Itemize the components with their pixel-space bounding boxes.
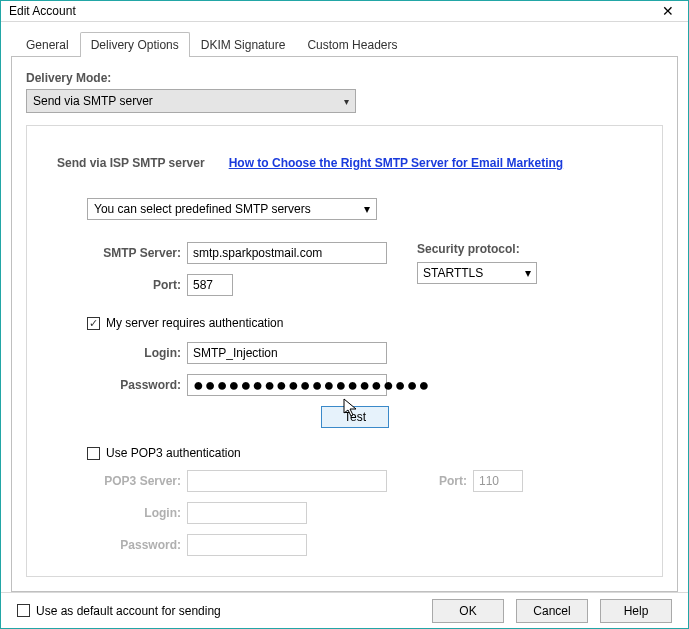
smtp-password-label: Password:: [87, 378, 187, 392]
smtp-password-input[interactable]: ●●●●●●●●●●●●●●●●●●●●: [187, 374, 387, 396]
auth-required-label: My server requires authentication: [106, 316, 283, 330]
predefined-smtp-value: You can select predefined SMTP servers: [94, 202, 311, 216]
default-account-checkbox[interactable]: [17, 604, 30, 617]
security-protocol-label: Security protocol:: [417, 242, 537, 256]
ok-button[interactable]: OK: [432, 599, 504, 623]
security-protocol-value: STARTTLS: [423, 266, 483, 280]
test-button[interactable]: Test: [321, 406, 389, 428]
security-protocol-select[interactable]: STARTTLS ▾: [417, 262, 537, 284]
default-account-label: Use as default account for sending: [36, 604, 221, 618]
smtp-port-input[interactable]: [187, 274, 233, 296]
pop3-auth-label: Use POP3 authentication: [106, 446, 241, 460]
smtp-settings-frame: Send via ISP SMTP server How to Choose t…: [26, 125, 663, 577]
tab-panel: Delivery Mode: Send via SMTP server ▾ Se…: [11, 56, 678, 592]
cancel-button[interactable]: Cancel: [516, 599, 588, 623]
edit-account-dialog: Edit Account ✕ General Delivery Options …: [0, 0, 689, 629]
delivery-mode-select[interactable]: Send via SMTP server ▾: [26, 89, 356, 113]
auth-required-checkbox[interactable]: ✓: [87, 317, 100, 330]
pop3-server-label: POP3 Server:: [87, 474, 187, 488]
pop3-password-input[interactable]: [187, 534, 307, 556]
tab-delivery-options[interactable]: Delivery Options: [80, 32, 190, 57]
delivery-mode-value: Send via SMTP server: [33, 94, 153, 108]
tab-custom-headers[interactable]: Custom Headers: [296, 32, 408, 57]
smtp-server-input[interactable]: [187, 242, 387, 264]
smtp-port-label: Port:: [87, 278, 187, 292]
smtp-login-label: Login:: [87, 346, 187, 360]
tab-strip: General Delivery Options DKIM Signature …: [11, 32, 678, 57]
pop3-server-input[interactable]: [187, 470, 387, 492]
pop3-auth-checkbox[interactable]: [87, 447, 100, 460]
chevron-down-icon: ▾: [364, 202, 370, 216]
pop3-port-input[interactable]: [473, 470, 523, 492]
tab-dkim-signature[interactable]: DKIM Signature: [190, 32, 297, 57]
tab-general[interactable]: General: [15, 32, 80, 57]
chevron-down-icon: ▾: [525, 266, 531, 280]
help-button[interactable]: Help: [600, 599, 672, 623]
content-area: General Delivery Options DKIM Signature …: [1, 22, 688, 592]
chevron-down-icon: ▾: [344, 96, 349, 107]
smtp-heading: Send via ISP SMTP server: [57, 156, 205, 170]
titlebar: Edit Account ✕: [1, 1, 688, 22]
smtp-login-input[interactable]: [187, 342, 387, 364]
window-title: Edit Account: [9, 4, 76, 18]
auth-required-row: ✓ My server requires authentication: [87, 316, 632, 330]
smtp-server-label: SMTP Server:: [87, 246, 187, 260]
delivery-mode-label: Delivery Mode:: [26, 71, 663, 85]
pop3-login-label: Login:: [87, 506, 187, 520]
pop3-password-label: Password:: [87, 538, 187, 552]
pop3-port-label: Port:: [423, 474, 473, 488]
close-icon[interactable]: ✕: [656, 1, 680, 21]
predefined-smtp-select[interactable]: You can select predefined SMTP servers ▾: [87, 198, 377, 220]
pop3-login-input[interactable]: [187, 502, 307, 524]
smtp-help-link[interactable]: How to Choose the Right SMTP Server for …: [229, 156, 564, 170]
dialog-footer: Use as default account for sending OK Ca…: [1, 592, 688, 628]
